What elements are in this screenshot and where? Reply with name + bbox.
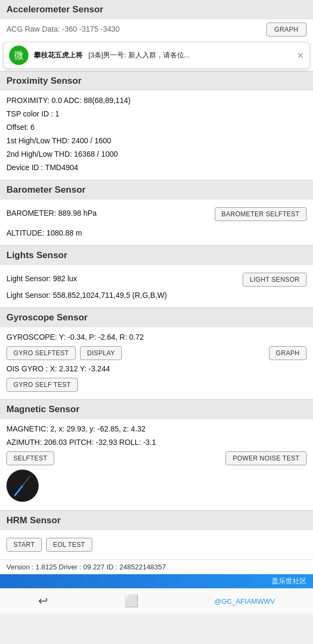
compass-svg (6, 470, 39, 502)
barometer-header: Barometer Sensor (0, 180, 313, 200)
barometer-content: BAROMETER: 889.98 hPa BAROMETER SELFTEST… (0, 200, 313, 245)
proximity-title: Proximity Sensor (6, 76, 82, 86)
hrm-start-button[interactable]: START (6, 538, 42, 552)
magnetic-line1: MAGNETIC: 2, x: 29.93, y: -62.85, z: 4.3… (6, 423, 307, 435)
magnetic-title: Magnetic Sensor (6, 404, 79, 414)
gyro-self-test-button[interactable]: GYRO SELF TEST (6, 378, 78, 392)
proximity-line1: PROXIMITY: 0.0 ADC: 88(68,89,114) (6, 95, 307, 106)
barometer-line2: ALTITUDE: 1080.88 m (6, 228, 307, 239)
magnetic-selftest-button[interactable]: SELFTEST (6, 451, 54, 465)
barometer-line1: BAROMETER: 889.98 hPa (6, 208, 97, 219)
watermark-bar: 盖乐世社区 (0, 574, 313, 588)
notification-message: [3条]男一号: 新人入群，请各位... (89, 51, 190, 59)
lights-content: Light Sensor: 982 lux LIGHT SENSOR Light… (0, 265, 313, 308)
proximity-line6: Device ID : TMD4904 (6, 162, 307, 173)
gyroscope-line1: GYROSCOPE: Y: -0.34, P: -2.64, R: 0.72 (6, 332, 307, 343)
barometer-title: Barometer Sensor (6, 185, 85, 195)
notification-dismiss-button[interactable]: ✕ (297, 50, 304, 61)
version-text: Version : 1.8125 Driver : 09.227 ID : 24… (6, 563, 166, 571)
nav-back-button[interactable]: ↩ (38, 594, 48, 608)
main-screen: Accelerometer Sensor ACG Raw Data: -360 … (0, 0, 313, 613)
lights-title: Lights Sensor (6, 250, 67, 260)
magnetic-header: Magnetic Sensor (0, 399, 313, 419)
magnetic-line2: AZIMUTH: 206.03 PITCH: -32.93 ROLL: -3.1 (6, 437, 307, 448)
notification-app-icon: 微 (9, 46, 28, 65)
proximity-content: PROXIMITY: 0.0 ADC: 88(68,89,114) TSP co… (0, 91, 313, 180)
hrm-title: HRM Sensor (6, 515, 61, 525)
proximity-line5: 2nd High/Low THD: 16368 / 1000 (6, 149, 307, 160)
gyroscope-title: Gyroscope Sensor (6, 312, 88, 323)
gyroscope-content: GYROSCOPE: Y: -0.34, P: -2.64, R: 0.72 G… (0, 327, 313, 399)
lights-line2: Light Sensor: 558,852,1024,711,49,5 (R,G… (6, 290, 307, 301)
compass-container (6, 470, 307, 502)
gyroscope-buttons-row: GYRO SELFTEST DISPLAY GRAPH (6, 346, 307, 360)
hrm-content: START EOL TEST (0, 530, 313, 559)
hrm-buttons-row: START EOL TEST (6, 538, 307, 552)
barometer-selftest-button[interactable]: BAROMETER SELFTEST (215, 207, 307, 221)
gyro-self-test-row: GYRO SELF TEST (6, 378, 307, 392)
lights-header: Lights Sensor (0, 245, 313, 265)
light-sensor-button[interactable]: LIGHT SENSOR (243, 273, 307, 287)
gyro-selftest-button[interactable]: GYRO SELFTEST (6, 346, 76, 360)
watermark-text: 盖乐世社区 (272, 577, 307, 585)
lights-row1: Light Sensor: 982 lux LIGHT SENSOR (6, 273, 307, 287)
lights-line1: Light Sensor: 982 lux (6, 273, 77, 284)
notification-content: 攀枝花五虎上将 [3条]男一号: 新人入群，请各位... (34, 50, 292, 60)
barometer-row1: BAROMETER: 889.98 hPa BAROMETER SELFTEST (6, 207, 307, 221)
proximity-header: Proximity Sensor (0, 71, 313, 91)
gyro-graph-button[interactable]: GRAPH (269, 346, 307, 360)
nav-social-label: @GC_AFIAMWWV (214, 597, 275, 605)
compass-dial (6, 470, 39, 502)
hrm-header: HRM Sensor (0, 510, 313, 530)
accelerometer-data-row: ACG Raw Data: -360 -3175 -3430 GRAPH (0, 19, 313, 40)
gyro-display-button[interactable]: DISPLAY (80, 346, 122, 360)
accelerometer-header: Accelerometer Sensor (0, 0, 313, 19)
accelerometer-title: Accelerometer Sensor (6, 4, 103, 14)
version-bar: Version : 1.8125 Driver : 09.227 ID : 24… (0, 559, 313, 574)
gyroscope-header: Gyroscope Sensor (0, 308, 313, 327)
accelerometer-data: ACG Raw Data: -360 -3175 -3430 (6, 25, 120, 34)
magnetic-power-noise-button[interactable]: POWER NOISE TEST (225, 451, 307, 465)
notification-icon-label: 微 (14, 49, 24, 62)
magnetic-buttons-row: SELFTEST POWER NOISE TEST (6, 451, 307, 465)
accelerometer-graph-button[interactable]: GRAPH (266, 23, 307, 36)
nav-home-button[interactable]: ⬜ (124, 594, 139, 608)
ois-gyro-line: OIS GYRO : X: 2.312 Y: -3.244 (6, 363, 307, 375)
proximity-line2: TSP color ID : 1 (6, 108, 307, 120)
bottom-navigation: ↩ ⬜ @GC_AFIAMWWV (0, 588, 313, 613)
magnetic-content: MAGNETIC: 2, x: 29.93, y: -62.85, z: 4.3… (0, 419, 313, 510)
notification-banner[interactable]: 微 攀枝花五虎上将 [3条]男一号: 新人入群，请各位... ✕ (3, 42, 310, 69)
proximity-line3: Offset: 6 (6, 122, 307, 133)
notification-app-name: 攀枝花五虎上将 (34, 51, 83, 59)
hrm-eol-button[interactable]: EOL TEST (46, 538, 92, 552)
proximity-line4: 1st High/Low THD: 2400 / 1600 (6, 135, 307, 147)
